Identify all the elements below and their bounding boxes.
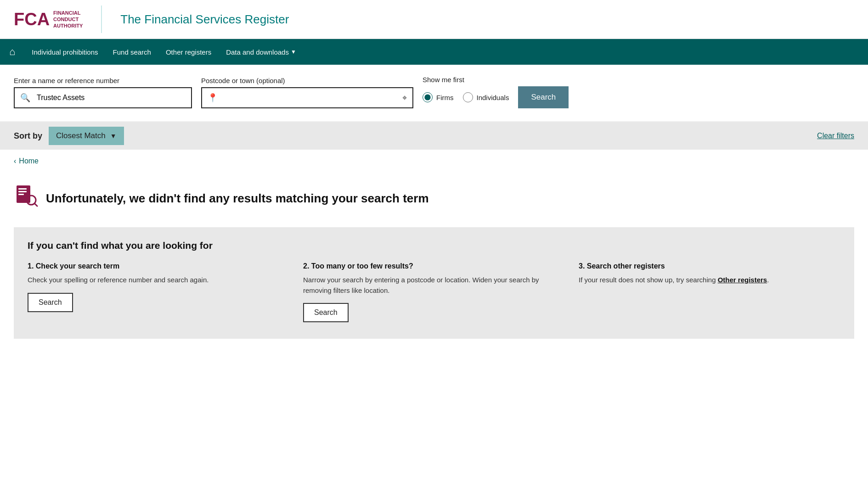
help-col-2-text: Narrow your search by entering a postcod…: [303, 275, 565, 296]
site-title: The Financial Services Register: [120, 12, 289, 27]
breadcrumb-home-link[interactable]: Home: [19, 157, 39, 165]
firms-label: Firms: [436, 94, 454, 101]
firms-radio[interactable]: [423, 92, 433, 102]
site-header: FCA FINANCIAL CONDUCT AUTHORITY The Fina…: [0, 0, 868, 39]
help-col-3-heading: 3. Search other registers: [579, 262, 840, 270]
help-columns: 1. Check your search term Check your spe…: [28, 262, 840, 322]
help-col-1-heading: 1. Check your search term: [28, 262, 289, 270]
svg-rect-2: [18, 191, 27, 192]
nav-other-registers[interactable]: Other registers: [158, 40, 219, 64]
svg-rect-3: [18, 194, 24, 195]
search-row: Enter a name or reference number 🔍 Postc…: [14, 76, 854, 108]
help-col-1-search-button[interactable]: Search: [28, 293, 73, 312]
individuals-label: Individuals: [477, 94, 509, 101]
postcode-input-wrap: 📍 ⌖: [201, 87, 413, 108]
nav-fund-search[interactable]: Fund search: [106, 40, 158, 64]
help-box-title: If you can't find what you are looking f…: [28, 240, 840, 251]
name-search-group: Enter a name or reference number 🔍: [14, 77, 192, 108]
sort-by-label: Sort by: [14, 131, 42, 141]
clear-filters-button[interactable]: Clear filters: [817, 132, 854, 140]
search-section: Enter a name or reference number 🔍 Postc…: [0, 65, 868, 122]
individuals-radio[interactable]: [463, 92, 473, 102]
help-col-1-text: Check your spelling or reference number …: [28, 275, 289, 286]
logo-area: FCA FINANCIAL CONDUCT AUTHORITY The Fina…: [14, 6, 289, 33]
nav-data-downloads[interactable]: Data and downloads ▼: [219, 40, 304, 64]
show-me-options: Firms Individuals Search: [423, 86, 569, 108]
fca-logo: FCA FINANCIAL CONDUCT AUTHORITY: [14, 10, 83, 29]
postcode-search-group: Postcode or town (optional) 📍 ⌖: [201, 77, 413, 108]
main-nav: ⌂ Individual prohibitions Fund search Ot…: [0, 39, 868, 65]
fca-letters-text: FCA: [14, 11, 50, 28]
gps-locate-icon[interactable]: ⌖: [397, 89, 412, 107]
firms-radio-option[interactable]: Firms: [423, 92, 454, 102]
help-col-2-search-button[interactable]: Search: [303, 303, 349, 322]
sort-chevron-icon: ▼: [110, 132, 117, 140]
show-me-group: Show me first Firms Individuals Search: [423, 76, 569, 108]
help-col-3-text: If your result does not show up, try sea…: [579, 275, 840, 286]
help-col-2: 2. Too many or too few results? Narrow y…: [303, 262, 565, 322]
help-box: If you can't find what you are looking f…: [14, 227, 854, 339]
other-registers-link[interactable]: Other registers: [718, 276, 767, 284]
svg-line-5: [34, 203, 37, 206]
postcode-label: Postcode or town (optional): [201, 77, 413, 84]
breadcrumb: ‹ Home: [0, 150, 868, 173]
location-pin-icon: 📍: [202, 88, 222, 107]
sort-left: Sort by Closest Match ▼: [14, 127, 124, 145]
header-divider: [101, 6, 102, 33]
search-icon: 🔍: [15, 88, 35, 107]
help-col-1: 1. Check your search term Check your spe…: [28, 262, 289, 322]
chevron-down-icon: ▼: [291, 49, 296, 55]
sort-bar: Sort by Closest Match ▼ Clear filters: [0, 122, 868, 150]
home-icon[interactable]: ⌂: [9, 46, 15, 58]
show-me-label: Show me first: [423, 76, 569, 84]
postcode-input[interactable]: [222, 89, 397, 106]
no-results-message: Unfortunately, we didn't find any result…: [46, 191, 429, 206]
sort-option-label: Closest Match: [56, 131, 106, 140]
fca-full-text: FINANCIAL CONDUCT AUTHORITY: [53, 10, 83, 29]
individuals-radio-option[interactable]: Individuals: [463, 92, 509, 102]
sort-dropdown-button[interactable]: Closest Match ▼: [49, 127, 124, 145]
no-results-section: Unfortunately, we didn't find any result…: [0, 173, 868, 227]
nav-individual-prohibitions[interactable]: Individual prohibitions: [24, 40, 105, 64]
help-col-2-heading: 2. Too many or too few results?: [303, 262, 565, 270]
name-search-input-wrap: 🔍: [14, 87, 192, 108]
help-col-3: 3. Search other registers If your result…: [579, 262, 840, 322]
name-search-label: Enter a name or reference number: [14, 77, 192, 84]
search-button[interactable]: Search: [518, 86, 569, 108]
svg-rect-1: [18, 188, 27, 190]
name-search-input[interactable]: [35, 89, 191, 106]
no-results-icon: [14, 184, 39, 213]
breadcrumb-back-icon: ‹: [14, 157, 16, 165]
